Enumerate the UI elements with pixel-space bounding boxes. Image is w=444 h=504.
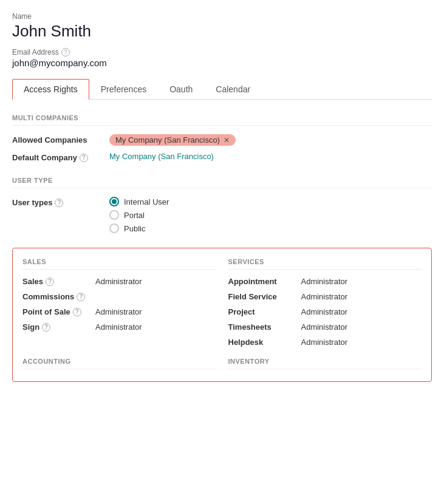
services-appointment-label: Appointment xyxy=(228,277,301,286)
services-section: SERVICES Appointment Administrator Field… xyxy=(228,258,422,353)
tab-preferences[interactable]: Preferences xyxy=(89,79,158,100)
services-title: SERVICES xyxy=(228,258,422,270)
company-tag-close[interactable]: ✕ xyxy=(224,136,230,145)
default-company-value: My Company (San Francisco) xyxy=(109,152,432,161)
bottom-sections: ACCOUNTING INVENTORY xyxy=(22,353,422,372)
services-timesheets-row: Timesheets Administrator xyxy=(228,322,422,332)
user-type-title: USER TYPE xyxy=(12,177,432,188)
radio-public-circle xyxy=(109,223,119,233)
radio-public[interactable]: Public xyxy=(109,223,432,233)
name-label: Name xyxy=(12,12,432,21)
default-company-row: Default Company ? My Company (San Franci… xyxy=(12,152,432,162)
services-timesheets-value: Administrator xyxy=(301,322,348,332)
services-helpdesk-row: Helpdesk Administrator xyxy=(228,338,422,347)
services-appointment-row: Appointment Administrator xyxy=(228,277,422,286)
sales-sign-value: Administrator xyxy=(95,322,142,332)
email-value: john@mycompany.com xyxy=(12,58,432,68)
services-project-value: Administrator xyxy=(301,307,348,316)
sales-sales-help[interactable]: ? xyxy=(46,278,54,286)
multi-companies-title: MULTI COMPANIES xyxy=(12,114,432,126)
sales-sales-value: Administrator xyxy=(95,277,142,286)
sales-title: SALES xyxy=(22,258,216,270)
user-types-row: User types ? Internal User Portal Public xyxy=(12,197,432,233)
sales-pos-label: Point of Sale ? xyxy=(22,307,95,316)
accounting-title: ACCOUNTING xyxy=(22,358,216,369)
sales-commissions-help[interactable]: ? xyxy=(77,293,85,301)
company-tag-text: My Company (San Francisco) xyxy=(115,135,220,145)
sales-section: SALES Sales ? Administrator Commissions … xyxy=(22,258,216,353)
sales-commissions-row: Commissions ? xyxy=(22,292,216,301)
sales-sales-label: Sales ? xyxy=(22,277,95,286)
email-address-label: Email Address xyxy=(12,48,59,56)
user-type-section: USER TYPE User types ? Internal User Por… xyxy=(12,177,432,233)
services-field-service-value: Administrator xyxy=(301,292,348,301)
email-help-icon[interactable]: ? xyxy=(61,48,70,56)
name-value: John Smith xyxy=(12,22,432,41)
sales-sign-help[interactable]: ? xyxy=(42,323,50,332)
sales-sign-label: Sign ? xyxy=(22,322,95,332)
services-helpdesk-value: Administrator xyxy=(301,338,348,347)
allowed-companies-value: My Company (San Francisco) ✕ xyxy=(109,134,432,146)
services-appointment-value: Administrator xyxy=(301,277,348,286)
multi-companies-section: MULTI COMPANIES Allowed Companies My Com… xyxy=(12,114,432,162)
tab-calendar[interactable]: Calendar xyxy=(204,79,262,100)
services-timesheets-label: Timesheets xyxy=(228,322,301,332)
radio-portal-circle xyxy=(109,210,119,220)
radio-public-label: Public xyxy=(124,224,145,233)
company-tag[interactable]: My Company (San Francisco) ✕ xyxy=(109,134,236,146)
allowed-companies-label: Allowed Companies xyxy=(12,134,109,145)
allowed-companies-row: Allowed Companies My Company (San Franci… xyxy=(12,134,432,146)
user-types-help-icon[interactable]: ? xyxy=(55,199,63,207)
radio-internal-user[interactable]: Internal User xyxy=(109,197,432,206)
radio-portal[interactable]: Portal xyxy=(109,210,432,220)
user-types-label: User types ? xyxy=(12,197,109,207)
services-project-label: Project xyxy=(228,307,301,316)
tab-oauth[interactable]: Oauth xyxy=(158,79,204,100)
services-field-service-row: Field Service Administrator xyxy=(228,292,422,301)
services-project-row: Project Administrator xyxy=(228,307,422,316)
sales-pos-help[interactable]: ? xyxy=(73,308,81,316)
radio-internal-circle xyxy=(109,197,119,206)
permissions-grid: SALES Sales ? Administrator Commissions … xyxy=(22,258,422,353)
default-company-help-icon[interactable]: ? xyxy=(80,154,88,162)
default-company-label: Default Company ? xyxy=(12,152,109,162)
tab-bar: Access Rights Preferences Oauth Calendar xyxy=(12,79,432,100)
services-helpdesk-label: Helpdesk xyxy=(228,338,301,347)
tab-access-rights[interactable]: Access Rights xyxy=(12,79,89,100)
permissions-box: SALES Sales ? Administrator Commissions … xyxy=(12,248,432,382)
inventory-title: INVENTORY xyxy=(228,358,422,369)
radio-group: Internal User Portal Public xyxy=(109,197,432,233)
sales-pos-row: Point of Sale ? Administrator xyxy=(22,307,216,316)
sales-sign-row: Sign ? Administrator xyxy=(22,322,216,332)
services-field-service-label: Field Service xyxy=(228,292,301,301)
sales-commissions-label: Commissions ? xyxy=(22,292,95,301)
radio-internal-label: Internal User xyxy=(124,197,169,206)
user-types-options: Internal User Portal Public xyxy=(109,197,432,233)
sales-pos-value: Administrator xyxy=(95,307,142,316)
radio-portal-label: Portal xyxy=(124,211,145,220)
sales-sales-row: Sales ? Administrator xyxy=(22,277,216,286)
